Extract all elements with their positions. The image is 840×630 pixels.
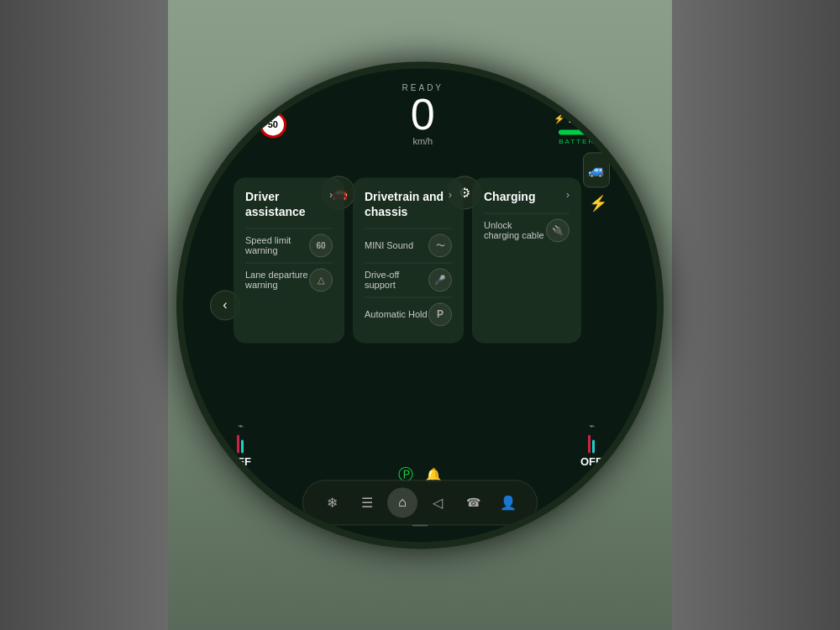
gear-indicator: IB <box>577 84 597 108</box>
automatic-hold-icon[interactable]: P <box>428 303 452 327</box>
mini-sound-icon[interactable]: 〜 <box>428 234 452 258</box>
speed-limit-warning-label: Speed limit warning <box>245 236 309 256</box>
round-display: POWER ECO 50 READY 0 km/h 🚗 IB <box>176 61 664 549</box>
charging-header: Charging › <box>484 189 570 204</box>
charging-arrow[interactable]: › <box>566 189 570 201</box>
drive-off-label: Drive-off support <box>365 270 428 291</box>
left-bar-red <box>237 434 239 453</box>
power-indicator: POWER ECO 50 <box>234 92 292 138</box>
car-icon-small: 🚗 <box>562 91 574 102</box>
drive-off-icon[interactable]: 🎤 <box>428 269 452 292</box>
right-dial-connect-icon: ⌁ <box>589 420 595 432</box>
speed-limit-badge: 50 <box>260 111 286 138</box>
lane-departure-item: Lane departure warning △ <box>245 263 333 297</box>
left-dial-bars <box>237 434 244 453</box>
drivetrain-arrow[interactable]: › <box>449 189 452 201</box>
unlock-cable-icon[interactable]: 🔌 <box>546 219 570 243</box>
charging-title: Charging <box>484 189 535 204</box>
eco-label: ECO <box>239 120 256 129</box>
automatic-hold-item: Automatic Hold P <box>365 297 452 332</box>
unlock-cable-item: Unlock charging cable 🔌 <box>484 213 570 248</box>
drivetrain-panel[interactable]: Drivetrain and chassis › MINI Sound 〜 Dr… <box>353 177 464 343</box>
lane-departure-icon: △ <box>309 269 333 292</box>
range-value: 163 <box>569 111 591 126</box>
battery-bar <box>559 129 601 134</box>
driver-assistance-panel[interactable]: Driver assistance › Speed limit warning … <box>234 177 344 343</box>
range-display: ⚡ 163 km <box>554 111 606 126</box>
profile-nav-button[interactable]: 👤 <box>493 487 523 517</box>
snake-connector-icon: ⚡ <box>589 194 607 213</box>
bottom-navigation-bar: ❄ ☰ ⌂ ◁ ☎ 👤 <box>302 480 538 525</box>
right-bar-red <box>588 434 591 453</box>
speed-value: 0 <box>411 92 435 136</box>
interior-left <box>0 0 168 630</box>
lane-departure-label: Lane departure warning <box>245 270 309 291</box>
car-status-area: 🚙 ! ⚡ <box>583 152 613 213</box>
car-top-view-container: 🚙 ! <box>583 152 613 189</box>
unlock-cable-label: Unlock charging cable <box>484 221 546 241</box>
mini-sound-label: MINI Sound <box>365 241 428 251</box>
drivetrain-header: Drivetrain and chassis › <box>365 189 452 219</box>
power-bar <box>234 92 292 99</box>
panels-container: Driver assistance › Speed limit warning … <box>234 177 581 343</box>
driver-assistance-arrow[interactable]: › <box>329 189 333 201</box>
home-nav-button[interactable]: ⌂ <box>387 487 417 517</box>
menu-nav-button[interactable]: ☰ <box>352 487 382 517</box>
right-status: 🚗 IB ⚡ 163 km BATTERY <box>554 84 606 145</box>
automatic-hold-label: Automatic Hold <box>365 310 428 320</box>
temperature-display: 9 °C <box>552 524 573 537</box>
speed-unit: km/h <box>412 136 433 146</box>
range-icon: ⚡ <box>554 113 565 124</box>
time-temp-row: 12:58 9 °C <box>183 524 657 537</box>
navigation-nav-button[interactable]: ◁ <box>423 487 453 517</box>
speed-limit-warning-item: Speed limit warning 60 <box>245 228 333 263</box>
left-bar-blue <box>241 439 244 453</box>
speed-limit-warning-icon: 60 <box>309 234 333 258</box>
interior-right <box>672 0 840 630</box>
status-bar: POWER ECO 50 READY 0 km/h 🚗 IB <box>183 83 657 146</box>
driver-assistance-header: Driver assistance › <box>245 189 333 219</box>
charging-panel[interactable]: Charging › Unlock charging cable 🔌 <box>472 177 581 343</box>
right-dial-area: ⌁ OFF <box>580 420 602 468</box>
time-display: 12:58 <box>267 524 295 537</box>
battery-label: BATTERY <box>559 138 601 145</box>
mini-sound-item: MINI Sound 〜 <box>365 228 452 263</box>
car-warning-badge: ! <box>605 149 617 160</box>
right-bar-blue <box>592 439 595 453</box>
driver-assistance-title: Driver assistance <box>245 189 329 219</box>
dashboard-background: POWER ECO 50 READY 0 km/h 🚗 IB <box>0 0 840 630</box>
phone-nav-button[interactable]: ☎ <box>458 487 488 517</box>
left-dial-area: ⌁ OFF <box>229 420 251 468</box>
right-dial-bars <box>588 434 595 453</box>
left-dial-connect-icon: ⌁ <box>238 420 244 432</box>
drivetrain-title: Drivetrain and chassis <box>365 189 449 219</box>
power-label: POWER <box>244 101 281 109</box>
drive-off-item: Drive-off support 🎤 <box>365 263 452 297</box>
range-unit: km <box>594 113 606 123</box>
climate-nav-button[interactable]: ❄ <box>317 487 347 517</box>
center-speed: READY 0 km/h <box>402 83 444 146</box>
